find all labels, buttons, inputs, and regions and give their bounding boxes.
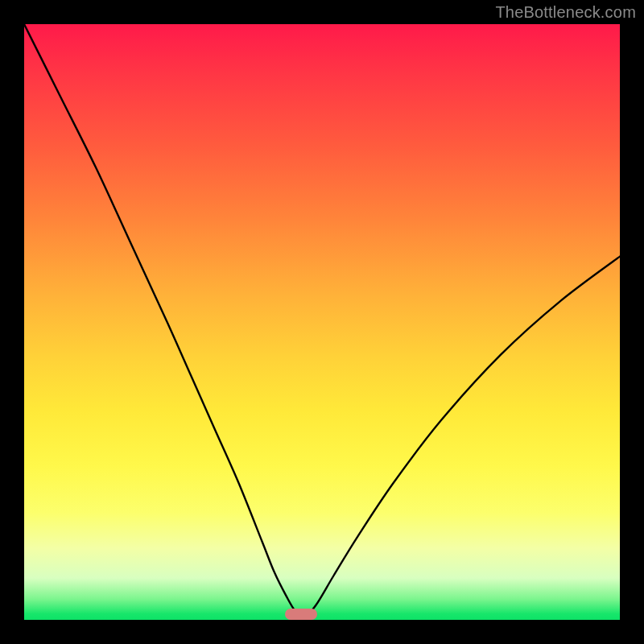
watermark-text: TheBottleneck.com [495, 3, 636, 22]
plot-area [24, 24, 620, 620]
chart-frame: TheBottleneck.com [0, 0, 644, 644]
curve-layer [24, 24, 620, 620]
optimal-marker [285, 609, 317, 620]
bottleneck-curve [24, 24, 620, 617]
